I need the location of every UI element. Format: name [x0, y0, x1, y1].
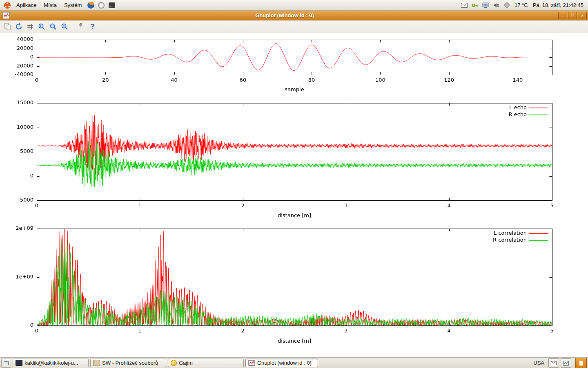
task-label: Gnuplot (window id : 0): [257, 360, 312, 366]
taskbar: kaklik@kaklik-kolej-u... SW - Prohlížeč …: [0, 357, 588, 368]
help-icon: [98, 2, 105, 9]
titlebar[interactable]: Gnuplot (window id : 0) – □ ×: [0, 11, 588, 20]
keyring-tray-icon[interactable]: [471, 2, 479, 9]
menu-places[interactable]: Místa: [40, 1, 60, 9]
gnuplot-task-icon: [248, 360, 255, 366]
help-launcher-icon[interactable]: [98, 2, 105, 9]
menu-applications[interactable]: Aplikace: [13, 1, 40, 9]
volume-tray-icon[interactable]: [492, 2, 500, 9]
gnuplot-window: Gnuplot (window id : 0) – □ ×: [0, 11, 588, 357]
display-tray-icon[interactable]: [482, 2, 489, 9]
zoom-in-icon: [61, 23, 68, 30]
firefox-icon: [87, 2, 94, 9]
speaker-icon: [493, 2, 499, 8]
chart-correlation[interactable]: [0, 221, 588, 348]
gajim-task-icon: [171, 360, 177, 366]
chart-echo-signals[interactable]: [0, 94, 588, 221]
envelope-icon: [461, 3, 468, 8]
configure-button[interactable]: [76, 22, 86, 31]
terminal-task-icon: [16, 360, 22, 366]
zoom-out-button[interactable]: [48, 22, 58, 31]
grid-icon: [27, 23, 34, 30]
chart-sample-waveform[interactable]: [0, 33, 588, 94]
menu-system[interactable]: Systém: [61, 1, 85, 9]
trash-button[interactable]: [575, 358, 587, 368]
plot-area: [0, 33, 588, 358]
applet-tray[interactable]: [561, 358, 571, 368]
zoom-in-button[interactable]: [60, 22, 69, 31]
show-desktop-icon: [4, 361, 9, 365]
toggle-grid-button[interactable]: [25, 22, 35, 31]
task-label: SW - Prohlížeč souborů: [102, 360, 158, 366]
refresh-icon: [15, 23, 22, 30]
terminal-launcher-icon[interactable]: _: [108, 2, 116, 9]
copy-icon: [4, 23, 11, 30]
ubuntu-logo-icon: [4, 2, 11, 9]
copy-to-clipboard-button[interactable]: [2, 22, 12, 31]
firefox-launcher-icon[interactable]: [87, 2, 94, 9]
temperature-label[interactable]: 17 °C: [512, 2, 530, 8]
gnome-top-panel: Aplikace Místa Systém _ 17 °C Pá, 18. zá…: [0, 0, 588, 11]
envelope-icon: [551, 361, 557, 365]
task-button-gajim[interactable]: Gajim: [168, 359, 244, 367]
moon-icon: [504, 2, 510, 8]
question-mark-icon: ?: [91, 23, 95, 30]
file-browser-task-icon: [93, 360, 100, 366]
show-desktop-button[interactable]: [1, 359, 11, 368]
replot-button[interactable]: [14, 22, 24, 31]
chart-applet-icon: [563, 361, 569, 366]
task-label: kaklik@kaklik-kolej-u...: [24, 360, 78, 366]
gnuplot-window-icon: [2, 12, 10, 19]
desktop: Aplikace Místa Systém _ 17 °C Pá, 18. zá…: [0, 0, 588, 368]
mail-notifier-tray[interactable]: [548, 358, 559, 368]
window-controls: – □ ×: [558, 12, 587, 19]
zoom-previous-button[interactable]: [37, 22, 47, 31]
weather-applet-icon[interactable]: [503, 2, 510, 9]
minimize-button[interactable]: –: [558, 12, 567, 19]
maximize-button[interactable]: □: [568, 12, 577, 19]
task-button-gnuplot[interactable]: Gnuplot (window id : 0): [245, 359, 318, 367]
task-label: Gajim: [179, 360, 193, 366]
window-title: Gnuplot (window id : 0): [11, 12, 558, 18]
zoom-previous-icon: [38, 23, 45, 30]
trash-icon: [579, 360, 584, 366]
clock-label[interactable]: Pá, 18. září, 21:42:45: [531, 2, 586, 8]
key-icon: [472, 3, 478, 8]
terminal-icon: _: [109, 2, 115, 8]
keyboard-layout-indicator[interactable]: USA: [531, 360, 547, 366]
wrench-icon: [78, 23, 85, 30]
ubuntu-menu-icon[interactable]: [4, 2, 11, 9]
zoom-out-icon: [49, 23, 57, 30]
mail-tray-icon[interactable]: [461, 2, 468, 9]
monitor-icon: [482, 2, 489, 8]
toolbar-separator: [73, 22, 73, 31]
close-button[interactable]: ×: [578, 12, 587, 19]
help-button[interactable]: ?: [88, 22, 98, 31]
task-button-terminal[interactable]: kaklik@kaklik-kolej-u...: [13, 359, 89, 367]
plot-toolbar: ?: [0, 20, 588, 33]
task-button-file-browser[interactable]: SW - Prohlížeč souborů: [90, 359, 166, 367]
